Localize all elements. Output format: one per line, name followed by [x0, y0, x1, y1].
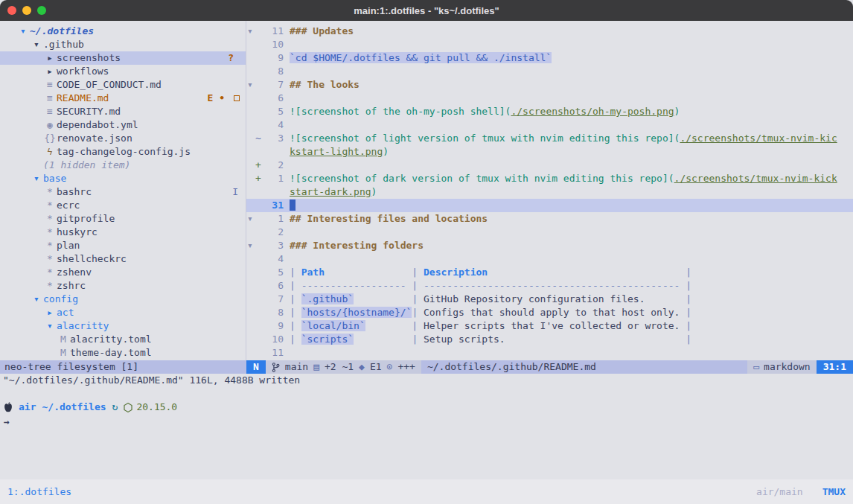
tree-item-readme-md[interactable]: ≡README.mdE •: [0, 92, 246, 105]
line-number: [263, 185, 284, 199]
editor-line-5[interactable]: ▾7## The looks: [246, 78, 853, 92]
editor-line-13[interactable]: start-dark.png): [246, 185, 853, 199]
node-version: 20.15.0: [136, 401, 177, 414]
line-text: | Path | Description |: [290, 266, 691, 279]
tree-item-label: README.md: [57, 92, 109, 105]
text-segment: |: [290, 280, 301, 291]
tree-item-dotfiles[interactable]: ▾~/.dotfiles: [0, 25, 246, 38]
editor-line-10[interactable]: kstart-light.png): [246, 145, 853, 159]
line-number: 5: [263, 105, 284, 118]
editor-line-17[interactable]: ▾3### Interesting folders: [246, 239, 853, 252]
tree-item-code-of-conduct-md[interactable]: ≡CODE_OF_CONDUCT.md: [0, 78, 246, 92]
fold-open-icon: ▾: [246, 239, 254, 252]
editor-line-7[interactable]: 5![screenshot of the oh-my-posh shell](.…: [246, 105, 853, 118]
tree-item-ecrc[interactable]: *ecrc: [0, 199, 246, 212]
text-segment: |: [680, 334, 691, 345]
minimize-button[interactable]: [22, 6, 31, 15]
tree-item-huskyrc[interactable]: *huskyrc: [0, 226, 246, 239]
editor-line-11[interactable]: +2: [246, 159, 853, 172]
text-segment: |: [680, 307, 691, 318]
tree-item-shellcheckrc[interactable]: *shellcheckrc: [0, 252, 246, 266]
line-text: kstart-light.png): [290, 145, 389, 159]
text-segment: GitHub Repository configuration files.: [424, 293, 645, 304]
text-segment: kstart-light.png: [290, 146, 383, 157]
editor-line-25[interactable]: 11: [246, 346, 853, 360]
editor-line-1[interactable]: ▾11### Updates: [246, 25, 853, 38]
tree-item-label: plan: [57, 239, 80, 252]
fold-column: [246, 132, 254, 145]
tree-item-config[interactable]: ▾config: [0, 293, 246, 306]
tree-item-github[interactable]: ▾.github: [0, 38, 246, 51]
window-title: main:1:.dotfiles - "ks~/.dotfiles": [354, 5, 499, 16]
file-path: ~/.dotfiles/.github/README.md: [421, 360, 747, 374]
line-number: 10: [263, 333, 284, 346]
editor-line-20[interactable]: 6| ------------------ | ----------------…: [246, 279, 853, 293]
line-number: 4: [263, 252, 284, 266]
sign-column: [254, 266, 263, 279]
tree-item-screenshots[interactable]: ▸screenshots?: [0, 51, 246, 65]
tmux-right-section: air/main TMUX: [756, 486, 846, 497]
sign-column: [254, 118, 263, 132]
tree-item-gitprofile[interactable]: *gitprofile: [0, 212, 246, 226]
editor-line-9[interactable]: ~3![screenshot of light version of tmux …: [246, 132, 853, 145]
tree-item-security-md[interactable]: ≡SECURITY.md: [0, 105, 246, 118]
neo-tree-statusline: neo-tree filesystem [1]: [0, 360, 246, 374]
fold-open-icon: ▾: [246, 212, 254, 226]
line-number: 11: [263, 25, 284, 38]
tree-item-label: tag-changelog-config.js: [57, 145, 191, 159]
editor-line-23[interactable]: 9| `local/bin` | Helper scripts that I'v…: [246, 319, 853, 333]
line-text: ### Interesting folders: [290, 239, 424, 252]
tree-item-label: (1 hidden item): [43, 159, 130, 172]
tree-item-base[interactable]: ▾base: [0, 172, 246, 185]
fullscreen-button[interactable]: [37, 6, 46, 15]
editor-line-3[interactable]: 9`cd $HOME/.dotfiles && git pull && ./in…: [246, 51, 853, 65]
line-text: | `local/bin` | Helper scripts that I've…: [290, 319, 691, 333]
fold-column: [246, 293, 254, 306]
tree-item-1-hidden-item[interactable]: (1 hidden item): [0, 159, 246, 172]
fold-column: [246, 333, 254, 346]
expanded-arrow-icon: ▾: [30, 172, 43, 185]
editor-line-8[interactable]: 4: [246, 118, 853, 132]
text-segment: ### Updates: [290, 25, 354, 36]
tree-item-theme-day-toml[interactable]: Mtheme-day.toml: [0, 346, 246, 360]
editor-line-6[interactable]: 6: [246, 92, 853, 105]
file-json-icon: {}: [43, 132, 57, 145]
tree-item-bashrc[interactable]: *bashrcI: [0, 185, 246, 199]
text-segment: |: [290, 267, 301, 278]
tree-item-tag-changelog-config-js[interactable]: ϟtag-changelog-config.js: [0, 145, 246, 159]
git-sign: +: [254, 172, 263, 185]
traffic-lights: [7, 6, 46, 15]
tree-item-label: base: [43, 172, 66, 185]
close-button[interactable]: [7, 6, 16, 15]
editor-line-15[interactable]: ▾1## Interesting files and locations: [246, 212, 853, 226]
tree-item-label: alacritty.toml: [70, 333, 152, 346]
editor-line-2[interactable]: 10: [246, 38, 853, 51]
tree-item-act[interactable]: ▸act: [0, 306, 246, 319]
sign-column: [254, 212, 263, 226]
tree-item-label: screenshots: [57, 51, 121, 65]
editor-line-16[interactable]: 2: [246, 226, 853, 239]
tree-item-workflows[interactable]: ▸workflows: [0, 65, 246, 78]
tree-item-alacritty[interactable]: ▾alacritty: [0, 319, 246, 333]
text-segment: `cd $HOME/.dotfiles && git pull && ./ins…: [290, 52, 552, 63]
tree-item-zshenv[interactable]: *zshenv: [0, 266, 246, 279]
editor-line-24[interactable]: 10| `scripts` | Setup scripts. |: [246, 333, 853, 346]
editor-line-12[interactable]: +1![screenshot of dark version of tmux w…: [246, 172, 853, 185]
editor-line-22[interactable]: 8| `hosts/{hostname}/`| Configs that sho…: [246, 306, 853, 319]
tree-item-plan[interactable]: *plan: [0, 239, 246, 252]
tree-item-renovate-json[interactable]: {}renovate.json: [0, 132, 246, 145]
tree-item-alacritty-toml[interactable]: Malacritty.toml: [0, 333, 246, 346]
editor-panel[interactable]: ▾11### Updates109`cd $HOME/.dotfiles && …: [246, 21, 853, 360]
editor-line-21[interactable]: 7| `.github` | GitHub Repository configu…: [246, 293, 853, 306]
statusline-extra: +++: [397, 360, 415, 374]
tree-item-label: zshrc: [57, 279, 86, 293]
sign-column: [254, 319, 263, 333]
tree-item-zshrc[interactable]: *zshrc: [0, 279, 246, 293]
tree-item-dependabot-yml[interactable]: ◉dependabot.yml: [0, 118, 246, 132]
editor-line-4[interactable]: 8: [246, 65, 853, 78]
editor-line-14[interactable]: 31: [246, 199, 853, 212]
editor-line-18[interactable]: 4: [246, 252, 853, 266]
line-number: 3: [263, 132, 284, 145]
editor-line-19[interactable]: 5| Path | Description |: [246, 266, 853, 279]
tmux-window-tab[interactable]: 1:.dotfiles: [7, 486, 71, 497]
